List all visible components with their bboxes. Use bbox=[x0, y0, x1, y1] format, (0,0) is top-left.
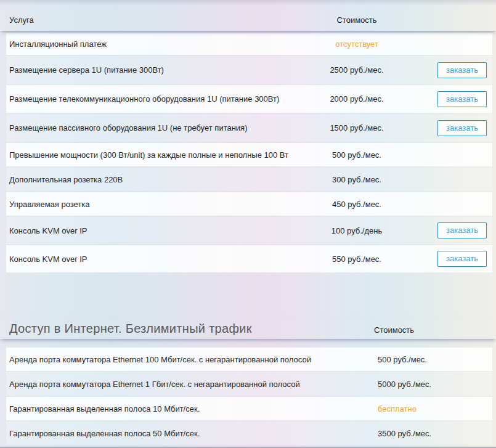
service-name: Аренда порта коммутатора Ethernet 1 Гбит… bbox=[6, 380, 378, 389]
table-header-row: Услуга Стоимость bbox=[0, 0, 496, 31]
action-cell: заказать bbox=[421, 91, 492, 107]
service-cost: 2500 руб./мес. bbox=[292, 65, 421, 75]
table-row: Гарантированная выделенная полоса 50 Мби… bbox=[6, 422, 492, 445]
service-cost: 3500 руб./мес. bbox=[378, 429, 492, 438]
order-button[interactable]: заказать bbox=[437, 62, 487, 78]
section-title: Доступ в Интернет. Безлимитный трафик bbox=[9, 322, 374, 336]
service-name: Управляемая розетка bbox=[6, 200, 292, 209]
colocation-pricing-table: Услуга Стоимость Инсталляционный платеж … bbox=[0, 0, 496, 272]
service-cost: 550 руб./мес. bbox=[292, 255, 421, 264]
service-name: Размещение сервера 1U (питание 300Вт) bbox=[6, 65, 292, 75]
order-button[interactable]: заказать bbox=[437, 120, 487, 136]
table-row: Аренда порта коммутатора Ethernet 100 Мб… bbox=[6, 348, 492, 371]
service-name: Гарантированная выделенная полоса 10 Мби… bbox=[6, 404, 378, 413]
service-name: Превышение мощности (300 Вт/unit) за каж… bbox=[6, 150, 292, 160]
table-row: Дополнительная розетка 220В 300 руб./мес… bbox=[6, 168, 492, 191]
table-row: Размещение телекоммуникационного оборудо… bbox=[6, 85, 492, 113]
table-row: Аренда порта коммутатора Ethernet 1 Гбит… bbox=[6, 372, 492, 396]
service-cost: 300 руб./мес. bbox=[292, 175, 421, 184]
table-row: Гарантированная выделенная полоса 10 Мби… bbox=[6, 397, 492, 420]
action-cell: заказать bbox=[421, 62, 492, 78]
action-cell: заказать bbox=[421, 222, 492, 238]
table-row: Управляемая розетка 450 руб./мес. bbox=[6, 192, 492, 216]
service-name: Консоль KVM over IP bbox=[6, 255, 292, 264]
service-name: Консоль KVM over IP bbox=[6, 226, 292, 235]
table-row: Консоль KVM over IP 100 руб./день заказа… bbox=[6, 217, 492, 244]
service-cost: 450 руб./мес. bbox=[292, 200, 421, 209]
service-cost: бесплатно bbox=[378, 404, 492, 413]
action-cell: заказать bbox=[421, 120, 492, 136]
action-cell: заказать bbox=[421, 251, 492, 267]
service-cost: 2000 руб./мес. bbox=[292, 94, 421, 104]
table-row: Размещение сервера 1U (питание 300Вт) 25… bbox=[6, 56, 492, 84]
table-row: Инсталляционный платеж отсутствует bbox=[6, 33, 492, 55]
order-button[interactable]: заказать bbox=[437, 222, 487, 238]
service-cost: 5000 руб./мес. bbox=[378, 380, 492, 389]
service-cost: 1500 руб./мес. bbox=[292, 123, 421, 132]
service-cost: 500 руб./мес. bbox=[378, 355, 492, 364]
column-header-cost: Стоимость bbox=[374, 325, 492, 336]
service-name: Размещение пассивного оборудования 1U (н… bbox=[6, 123, 292, 132]
service-name: Размещение телекоммуникационного оборудо… bbox=[6, 94, 292, 104]
order-button[interactable]: заказать bbox=[437, 251, 487, 267]
column-header-service: Услуга bbox=[6, 15, 292, 25]
service-name: Инсталляционный платеж bbox=[6, 39, 292, 49]
table-row: Консоль KVM over IP 550 руб./мес. заказа… bbox=[6, 245, 492, 272]
section-gap bbox=[0, 274, 496, 317]
internet-access-pricing-table: Доступ в Интернет. Безлимитный трафик Ст… bbox=[0, 317, 496, 445]
section-header-row: Доступ в Интернет. Безлимитный трафик Ст… bbox=[0, 317, 496, 339]
service-cost: 100 руб./день bbox=[292, 226, 421, 235]
service-name: Гарантированная выделенная полоса 50 Мби… bbox=[6, 429, 378, 438]
column-header-cost: Стоимость bbox=[292, 15, 421, 25]
order-button[interactable]: заказать bbox=[437, 91, 487, 107]
service-name: Дополнительная розетка 220В bbox=[6, 175, 292, 184]
service-cost: 500 руб./мес. bbox=[292, 150, 421, 160]
service-cost: отсутствует bbox=[292, 39, 421, 49]
table-row: Размещение пассивного оборудования 1U (н… bbox=[6, 114, 492, 142]
service-name: Аренда порта коммутатора Ethernet 100 Мб… bbox=[6, 355, 378, 364]
table-row: Превышение мощности (300 Вт/unit) за каж… bbox=[6, 143, 492, 166]
